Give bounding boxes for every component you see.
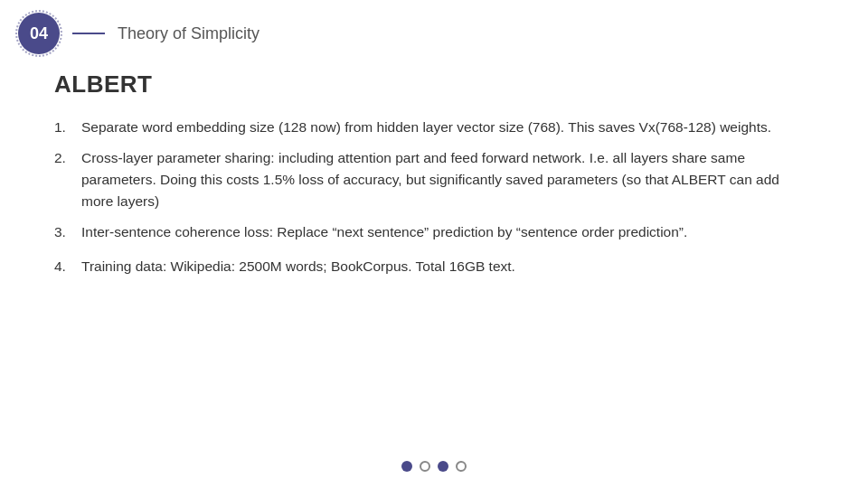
list-item: 3. Inter-sentence coherence loss: Replac… bbox=[54, 221, 814, 243]
pagination-dot-2[interactable] bbox=[420, 461, 430, 472]
badge-number: 04 bbox=[30, 24, 48, 43]
list-text-4: Training data: Wikipedia: 2500M words; B… bbox=[81, 256, 814, 277]
header-title: Theory of Simplicity bbox=[118, 24, 259, 43]
main-content: ALBERT 1. Separate word embedding size (… bbox=[0, 61, 868, 305]
header: 04 Theory of Simplicity bbox=[0, 0, 868, 61]
pagination bbox=[401, 461, 467, 472]
list-item: 4. Training data: Wikipedia: 2500M words… bbox=[54, 256, 814, 277]
list-text-3: Inter-sentence coherence loss: Replace “… bbox=[81, 221, 814, 243]
list-number-4: 4. bbox=[54, 256, 81, 277]
header-divider bbox=[72, 33, 105, 34]
list-number-1: 1. bbox=[54, 117, 81, 138]
slide-number-badge: 04 bbox=[18, 13, 60, 54]
pagination-dot-1[interactable] bbox=[401, 461, 412, 472]
section-title: ALBERT bbox=[54, 70, 814, 99]
list-item: 2. Cross-layer parameter sharing: includ… bbox=[54, 147, 814, 212]
list-container: 1. Separate word embedding size (128 now… bbox=[54, 117, 814, 277]
list-item: 1. Separate word embedding size (128 now… bbox=[54, 117, 814, 138]
list-number-3: 3. bbox=[54, 221, 81, 243]
list-number-2: 2. bbox=[54, 147, 81, 169]
pagination-dot-3[interactable] bbox=[438, 461, 448, 472]
list-text-2: Cross-layer parameter sharing: including… bbox=[81, 147, 814, 212]
list-text-1: Separate word embedding size (128 now) f… bbox=[81, 117, 814, 138]
pagination-dot-4[interactable] bbox=[456, 461, 467, 472]
